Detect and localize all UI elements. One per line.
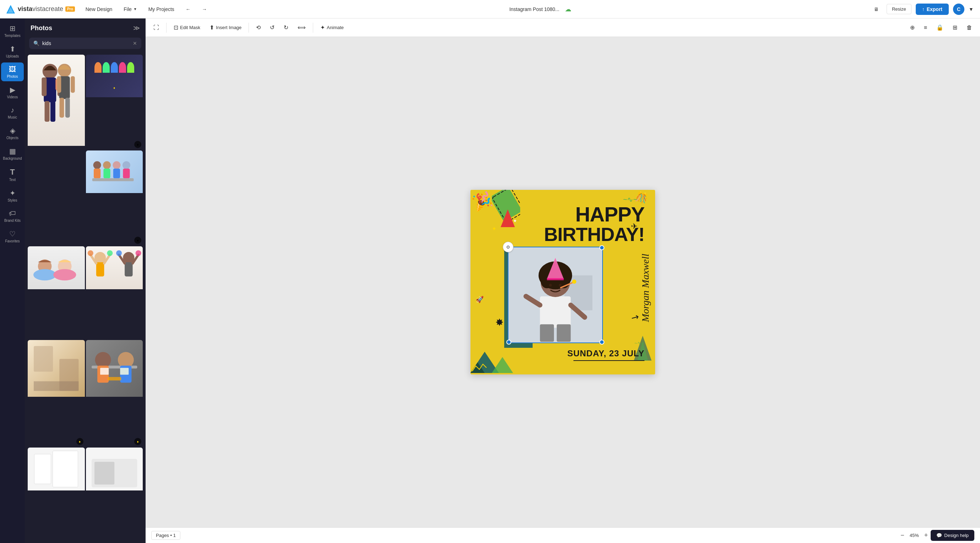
svg-rect-11 [57,76,61,93]
logo-icon [6,4,16,14]
canvas-design[interactable]: 🎉 ✦ [471,190,655,375]
my-projects-button[interactable]: My Projects [145,4,178,14]
music-icon: ♪ [11,106,14,114]
svg-rect-20 [113,168,120,178]
pages-info[interactable]: Pages • 1 [151,531,180,540]
edit-mask-button[interactable]: ⊡ Edit Mask [170,22,204,33]
sidebar-item-uploads[interactable]: ⬆ Uploads [1,42,24,61]
animate-button[interactable]: ✦ Animate [317,22,347,33]
photos-panel: Photos ≫ 🔍 ✕ [25,19,146,543]
photo-item[interactable]: ♦ [86,340,143,447]
insert-image-button[interactable]: ⬆ Insert Image [206,22,245,33]
sidebar-item-favorites[interactable]: ♡ Favorites [1,227,24,246]
svg-rect-6 [45,101,50,122]
crop-icon: ⟲ [256,24,261,31]
main-area: ⛶ ⊡ Edit Mask ⬆ Insert Image ⟲ ↺ ↻ ⟺ [146,19,980,543]
lock-icon: 🔒 [936,24,943,31]
deco-rocket-left: 🚀 [476,295,484,303]
panel-close-button[interactable]: ≫ [133,24,140,32]
svg-point-15 [93,161,101,169]
canvas-wrapper: 🎉 ✦ [471,190,655,375]
align-button[interactable]: ≡ [920,22,931,33]
flip-icon: ⟺ [298,24,306,31]
svg-rect-16 [94,168,100,178]
date-underline [573,360,644,361]
sidebar-item-text[interactable]: T Text [1,165,24,184]
rotate-right-icon: ↻ [284,24,288,31]
animate-icon: ✦ [320,24,325,31]
photo-item[interactable] [28,55,85,245]
zoom-out-button[interactable]: − [900,532,904,539]
svg-rect-42 [34,381,78,391]
delete-button[interactable]: 🗑 [963,22,976,33]
sidebar-item-templates[interactable]: ⊞ Templates [1,21,24,40]
sidebar-item-photos[interactable]: 🖼 Photos [1,62,24,81]
crop-button[interactable]: ⟲ [253,22,264,33]
photo-item[interactable]: ♦ ♦ [86,55,143,149]
sidebar-item-brand-kits[interactable]: 🏷 Brand Kits [1,206,24,225]
fullscreen-button[interactable]: ⛶ [150,22,162,33]
pro-badge: Pro [65,6,75,12]
file-menu-button[interactable]: File ▼ [120,4,140,14]
premium-badge: ♦ [134,141,141,148]
svg-marker-55 [501,210,515,227]
toolbar-divider-2 [248,23,249,33]
rotate-right-button[interactable]: ↻ [280,22,292,33]
rotate-left-button[interactable]: ↺ [266,22,278,33]
sidebar-item-music[interactable]: ♪ Music [1,103,24,122]
svg-rect-12 [71,76,75,93]
design-help-button[interactable]: 💬 Design help [931,530,974,541]
svg-point-66 [559,284,562,286]
photos-grid: ♦ ♦ [25,52,146,543]
canvas-area[interactable]: 🎉 ✦ [146,37,980,527]
search-clear-button[interactable]: ✕ [133,40,137,46]
photo-item[interactable] [86,246,143,339]
photo-item[interactable] [28,246,85,339]
resize-button[interactable]: Resize [887,4,912,14]
sidebar-item-background[interactable]: ▦ Background [1,144,24,163]
svg-point-38 [116,250,122,256]
photo-item[interactable]: ♦ [28,340,85,447]
cloud-save-icon: ☁ [565,5,571,13]
monitor-icon-button[interactable]: 🖥 [870,4,882,14]
account-chevron-button[interactable]: ▼ [969,6,974,12]
svg-rect-71 [540,324,554,342]
export-button[interactable]: ↑ Export [916,3,949,15]
sidebar-item-objects[interactable]: ◈ Objects [1,124,24,143]
svg-rect-22 [123,168,130,178]
svg-rect-29 [96,262,104,276]
avatar[interactable]: C [953,3,964,15]
edit-mask-icon: ⊡ [173,24,178,31]
favorites-icon: ♡ [9,230,16,238]
sidebar-item-styles[interactable]: ✦ Styles [1,186,24,205]
svg-point-68 [572,279,576,284]
insert-image-icon: ⬆ [210,24,214,31]
svg-rect-40 [34,346,53,372]
toolbar: ⛶ ⊡ Edit Mask ⬆ Insert Image ⟲ ↺ ↻ ⟺ [146,19,980,37]
svg-point-36 [88,250,93,256]
redo-button[interactable]: → [199,4,210,14]
lock-button[interactable]: 🔒 [933,22,947,33]
photo-item[interactable] [86,448,143,540]
uploads-icon: ⬆ [10,45,16,53]
sidebar-item-videos[interactable]: ▶ Videos [1,83,24,102]
export-icon: ↑ [922,6,924,12]
panel-title: Photos [30,24,52,32]
duplicate-button[interactable]: ⊞ [949,22,961,33]
svg-rect-48 [100,368,109,375]
panel-header: Photos ≫ [25,19,146,35]
undo-button[interactable]: ← [182,4,194,14]
status-bar: Pages • 1 − 45% + 💬 Design help [146,527,980,543]
flip-button[interactable]: ⟺ [294,22,309,33]
zoom-in-button[interactable]: + [924,532,928,539]
top-nav: vistavistacreate Pro New Design File ▼ M… [0,0,980,19]
new-design-button[interactable]: New Design [82,4,116,14]
photo-item[interactable] [28,448,85,540]
nav-center: Instagram Post 1080... ☁ [215,5,866,13]
photo-item[interactable]: ♦ [86,151,143,245]
photo-frame[interactable] [508,247,603,343]
videos-icon: ▶ [10,86,15,94]
search-input[interactable] [42,40,130,46]
svg-point-39 [135,250,141,256]
layers-button[interactable]: ⊕ [907,22,918,33]
